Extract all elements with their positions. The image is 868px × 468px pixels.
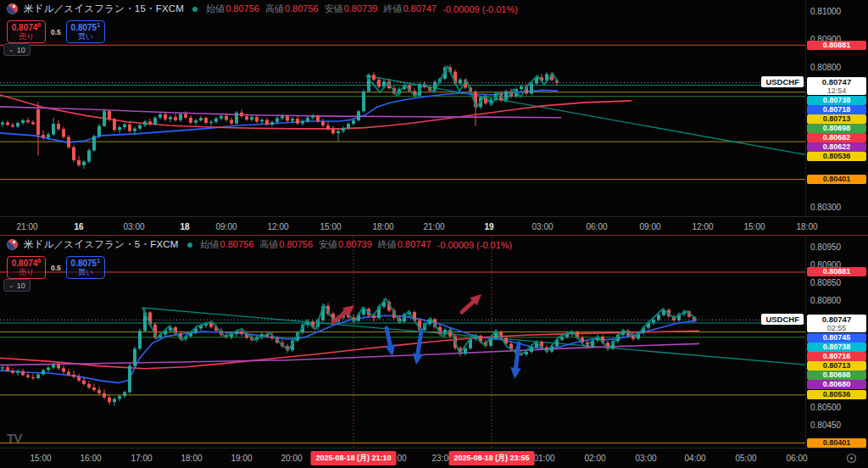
buy-button[interactable]: 0.80751買い xyxy=(66,256,105,279)
price-badge: 0.80718 xyxy=(807,105,866,114)
candle-body xyxy=(87,384,91,387)
drawings-collapse-button[interactable]: ⌄10 xyxy=(3,279,31,292)
sell-button[interactable]: 0.80746売り xyxy=(7,20,46,43)
symbol-legend[interactable]: 米ドル／スイスフラン・5・FXCM始値0.80756高値0.80756安値0.8… xyxy=(7,238,512,251)
candle-body xyxy=(123,393,126,397)
time-tick: 03:00 xyxy=(635,454,656,463)
candle-body xyxy=(230,120,233,123)
pane-divider[interactable] xyxy=(0,235,868,236)
candle-body xyxy=(184,114,187,117)
time-tick: 18:00 xyxy=(372,222,393,231)
candle-body xyxy=(164,114,167,120)
chart-pane-15m[interactable]: 0.810000.809000.808000.80300USDCHF0.8074… xyxy=(0,0,868,236)
chart-pane-5m[interactable]: 0.809500.809000.808500.808000.805000.804… xyxy=(0,236,868,468)
candle-body xyxy=(6,122,9,125)
candle-body xyxy=(657,315,660,320)
candle-body xyxy=(92,387,96,390)
candle-body xyxy=(138,125,142,129)
symbol-price-label: USDCHF xyxy=(761,76,804,87)
candle-body xyxy=(530,83,533,93)
candle-body xyxy=(225,116,228,120)
candle-body xyxy=(209,122,213,123)
candle-body xyxy=(560,337,564,339)
candle-body xyxy=(652,320,655,322)
price-axis-separator xyxy=(805,236,806,448)
price-axis-label: 0.80300 xyxy=(810,203,841,212)
candle-body xyxy=(189,118,192,123)
candle-body xyxy=(123,125,126,127)
time-tick: 18:00 xyxy=(796,222,817,231)
chevron-down-icon: ⌄ xyxy=(8,47,14,53)
time-tick: 21:00 xyxy=(423,222,444,231)
candle-body xyxy=(153,118,157,125)
candle-body xyxy=(270,122,274,125)
time-tick: 05:00 xyxy=(735,454,756,463)
time-tick: 17:00 xyxy=(131,454,152,463)
candle-body xyxy=(240,332,243,334)
price-badge: 0.80698 xyxy=(807,124,866,133)
candle-body xyxy=(128,125,131,131)
descending-trendline[interactable] xyxy=(366,75,805,154)
candle-body xyxy=(26,375,30,377)
candle-body xyxy=(62,368,65,371)
tradingview-logo: TV xyxy=(7,431,21,445)
time-tick: 16 xyxy=(74,222,83,231)
candle-body xyxy=(67,137,70,148)
drawings-collapse-button[interactable]: ⌄10 xyxy=(3,43,31,56)
candle-body xyxy=(108,398,111,402)
candle-body xyxy=(326,125,330,129)
symbol-price-label: USDCHF xyxy=(761,314,804,325)
price-plot-5m[interactable] xyxy=(0,236,868,468)
price-badge: 0.80680 xyxy=(807,380,866,389)
time-axis[interactable]: 21:001603:001809:0012:0015:0018:0021:001… xyxy=(0,217,868,236)
price-badge: 0.80682 xyxy=(807,133,866,142)
price-badge: 0.80716 xyxy=(807,352,866,361)
candle-body xyxy=(36,109,40,135)
candle-body xyxy=(143,121,147,125)
candle-body xyxy=(209,323,213,327)
symbol-legend[interactable]: 米ドル／スイスフラン・15・FXCM始値0.80756高値0.80756安値0.… xyxy=(7,3,518,15)
price-badge: 0.80536 xyxy=(807,390,866,399)
price-badge: 0.80738 xyxy=(807,96,866,105)
candle-body xyxy=(159,114,162,118)
price-plot-15m[interactable] xyxy=(0,0,868,236)
time-tick: 09:00 xyxy=(215,222,236,231)
candle-body xyxy=(97,126,101,136)
candle-body xyxy=(52,124,55,135)
candle-body xyxy=(331,129,335,133)
sell-button[interactable]: 0.80746売り xyxy=(7,256,46,279)
candle-body xyxy=(235,113,238,124)
ohlc-item: 高値0.80756 xyxy=(259,238,313,251)
candle-body xyxy=(204,118,208,123)
candle-body xyxy=(306,118,309,121)
price-axis-label: 0.80500 xyxy=(810,403,841,412)
candle-body xyxy=(275,118,279,122)
candle-body xyxy=(1,367,4,369)
ma-slow-purple xyxy=(0,343,699,365)
time-tick: 15:00 xyxy=(30,454,51,463)
current-price-value: 0.80747 xyxy=(807,315,866,324)
price-badge: 0.80881 xyxy=(807,41,866,50)
price-badge: 0.80536 xyxy=(807,152,866,161)
candle-body xyxy=(31,122,35,124)
price-axis-label: 0.80450 xyxy=(810,421,841,430)
change-value: -0.00009 (-0.01%) xyxy=(442,4,518,14)
time-axis[interactable]: 15:0016:0017:0018:0019:0020:0022:0023:00… xyxy=(0,448,868,468)
candle-body xyxy=(36,375,40,379)
candle-body xyxy=(347,124,350,128)
price-axis-label: 0.81000 xyxy=(810,7,841,16)
candle-body xyxy=(11,125,14,126)
candle-body xyxy=(255,117,259,121)
time-tick: 01:00 xyxy=(533,454,554,463)
candle-body xyxy=(42,135,45,137)
price-axis-separator xyxy=(805,0,806,216)
candle-body xyxy=(377,80,381,87)
current-price-value: 0.80747 xyxy=(807,77,866,86)
candle-body xyxy=(520,86,523,89)
price-badge: 0.80401 xyxy=(807,438,866,448)
trade-buttons: 0.80746売り0.50.80751買い xyxy=(7,20,105,43)
buy-button[interactable]: 0.80751買い xyxy=(66,20,105,43)
time-tick: 18:00 xyxy=(181,454,202,463)
currency-pair-icon xyxy=(7,3,18,14)
time-tick: 19 xyxy=(484,222,493,231)
